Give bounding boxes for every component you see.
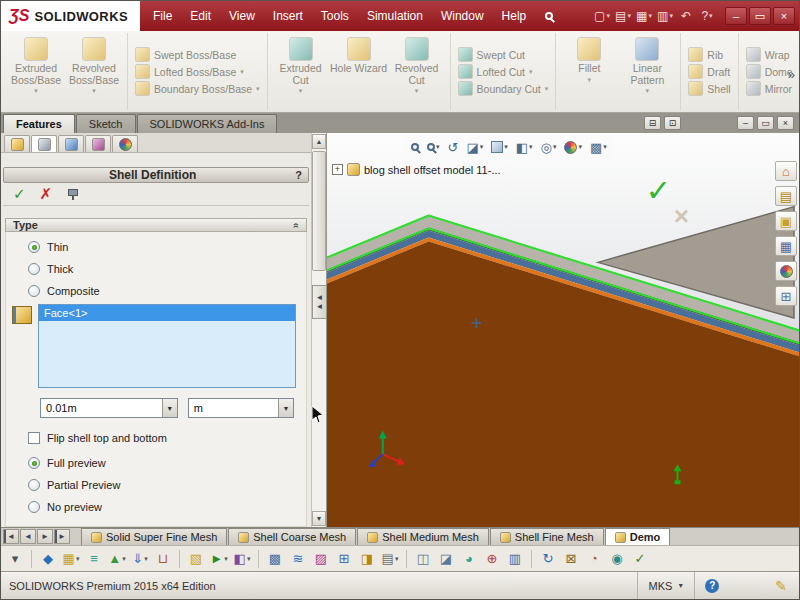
cancel-button[interactable]: ✗ [40,185,53,203]
minimize-button[interactable]: – [725,7,747,25]
resources-home-icon[interactable]: ⌂ [775,161,797,181]
scroll-down-icon[interactable]: ▼ [312,511,326,526]
menu-simulation[interactable]: Simulation [358,1,432,31]
run-study-icon[interactable]: ►▾ [209,549,229,569]
radio-no-preview[interactable]: No preview [6,496,306,518]
radio-composite[interactable]: Composite [6,280,306,302]
type-section-header[interactable]: Type » [5,218,307,232]
connections-advisor-icon[interactable]: ⊔ [153,549,173,569]
draft-button[interactable]: Draft [685,64,733,79]
undo-icon[interactable]: ↶ [676,6,696,26]
edit-appearance-icon[interactable]: ▾ [561,140,585,155]
hide-show-items-icon[interactable]: ◎▾ [538,139,560,156]
section-view-icon[interactable]: ◪▾ [463,139,486,156]
new-document-icon[interactable]: ▢▾ [592,6,612,26]
zoom-area-icon[interactable]: ▾ [424,142,443,152]
next-tab-button[interactable]: ► [37,529,53,544]
revolved-cut-button[interactable]: Revolved Cut▾ [388,34,446,109]
tab-sketch[interactable]: Sketch [76,114,136,133]
radio-full-preview[interactable]: Full preview [6,452,306,474]
featuremanager-tab[interactable] [4,135,30,152]
restore-button[interactable]: ▭ [749,7,771,25]
study-advisor-icon[interactable]: ◆ [38,549,58,569]
shell-manager-icon[interactable]: ▧ [186,549,206,569]
apply-material-icon[interactable]: ≡ [84,549,104,569]
zoom-fit-icon[interactable] [408,142,422,152]
configurationmanager-tab[interactable] [58,135,84,152]
lofted-boss-base-button[interactable]: Lofted Boss/Base▾ [132,64,263,79]
lofted-cut-button[interactable]: Lofted Cut▾ [455,64,552,79]
stress-plot-icon[interactable]: ≋ [288,549,308,569]
new-study-icon[interactable]: ▦▾ [61,549,81,569]
fatigue-check-icon[interactable]: ◔ [584,549,604,569]
view-orientation-icon[interactable]: ▾ [488,140,511,154]
viewport-layout-icon[interactable]: ⊡ [664,116,681,130]
iso-clipping-icon[interactable]: ◕ [459,549,479,569]
save-icon[interactable]: ▦▾ [634,6,654,26]
confirm-cancel-icon[interactable]: × [674,201,689,232]
section-clipping-icon[interactable]: ◪ [436,549,456,569]
open-icon[interactable]: ▤▾ [613,6,633,26]
radio-partial-preview[interactable]: Partial Preview [6,474,306,496]
display-style-icon[interactable]: ◧▾ [513,139,536,156]
design-library-icon[interactable]: ▤ [775,186,797,206]
extruded-boss-base-button[interactable]: Extruded Boss/Base▾ [7,34,65,109]
compare-data-icon[interactable]: ⊠ [561,549,581,569]
menu-file[interactable]: File [144,1,181,31]
prev-tab-button[interactable]: ◄ [20,529,36,544]
extruded-cut-button[interactable]: Extruded Cut▾ [272,34,330,109]
fixtures-advisor-icon[interactable]: ▲▾ [107,549,127,569]
view-palette-icon[interactable]: ▦ [775,236,797,256]
unit-combo[interactable]: m ▼ [188,398,294,418]
search-icon[interactable] [535,1,563,31]
mirror-button[interactable]: Mirror [743,81,796,96]
menu-window[interactable]: Window [432,1,493,31]
selection-item-face-1[interactable]: Face<1> [39,305,295,321]
face-selection-box[interactable]: Face<1> [38,304,296,388]
revolved-boss-base-button[interactable]: Revolved Boss/Base▾ [65,34,123,109]
include-image-icon[interactable]: ◫ [413,549,433,569]
apply-scene-icon[interactable]: ▩▾ [587,139,610,156]
menu-edit[interactable]: Edit [181,1,220,31]
report-icon[interactable]: ▤▾ [380,549,400,569]
graphics-viewport[interactable]: ▾↺◪▾▾◧▾◎▾▾▩▾ + blog shell offset model 1… [327,133,799,527]
radio-thick[interactable]: Thick [6,258,306,280]
displacement-plot-icon[interactable]: ▨ [311,549,331,569]
trend-tracker-icon[interactable]: ◉ [607,549,627,569]
panel-splitter-button[interactable]: ◄◄ [312,285,327,319]
menu-insert[interactable]: Insert [264,1,312,31]
swept-boss-base-button[interactable]: Swept Boss/Base [132,47,263,62]
study-tab-demo[interactable]: Demo [605,528,671,545]
doc-restore-button[interactable]: ▭ [757,116,774,130]
scroll-thumb[interactable] [312,151,326,271]
list-results-icon[interactable]: ▥ [505,549,525,569]
last-tab-button[interactable]: ► [54,529,70,544]
status-help-icon[interactable]: ? [705,579,719,593]
boundary-boss-base-button[interactable]: Boundary Boss/Base▾ [132,81,263,96]
mesh-icon[interactable]: ▩ [265,549,285,569]
help-icon[interactable]: ?▾ [697,6,717,26]
appearances-scenes-icon[interactable] [775,261,797,281]
tree-expand-icon[interactable]: + [332,164,343,175]
study-tab-shell-fine-mesh[interactable]: Shell Fine Mesh [490,528,604,545]
close-button[interactable]: × [773,7,795,25]
displaymanager-tab[interactable] [112,135,138,152]
flip-shell-checkbox[interactable] [28,432,40,444]
factor-of-safety-icon[interactable]: ✓ [630,549,650,569]
ribbon-overflow-button[interactable]: » [788,67,795,82]
scroll-up-icon[interactable]: ▲ [312,134,326,149]
tab-features[interactable]: Features [3,114,75,133]
doc-minimize-button[interactable]: – [737,116,754,130]
results-advisor-icon[interactable]: ◧▾ [232,549,252,569]
first-tab-button[interactable]: ◄ [3,529,19,544]
dimxpertmanager-tab[interactable] [85,135,111,152]
flip-shell-row[interactable]: Flip shell top and bottom [6,418,306,446]
menu-tools[interactable]: Tools [312,1,358,31]
menu-view[interactable]: View [220,1,264,31]
swept-cut-button[interactable]: Swept Cut [455,47,552,62]
probe-icon[interactable]: ⊕ [482,549,502,569]
thickness-dropdown-icon[interactable]: ▼ [162,399,177,417]
unit-system-selector[interactable]: MKS ▼ [637,572,694,599]
deformed-result-icon[interactable]: ◨ [357,549,377,569]
simulation-menu-icon[interactable]: ▾ [5,549,25,569]
